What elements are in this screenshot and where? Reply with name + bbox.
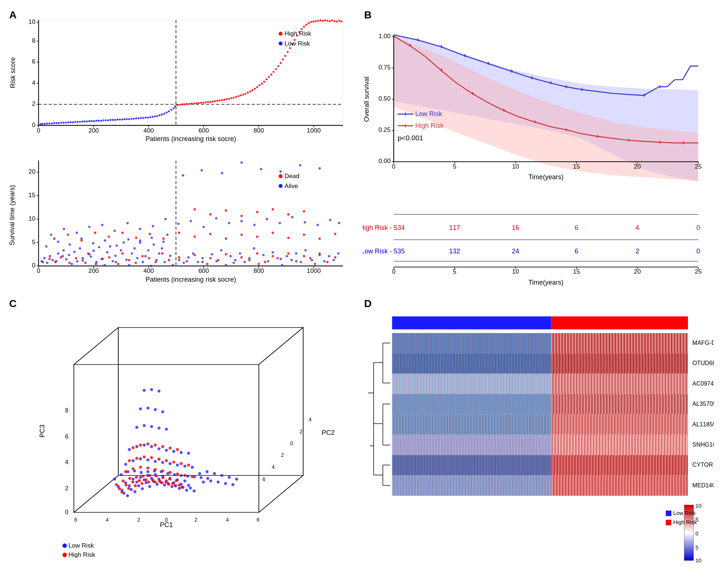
svg-text:PC3: PC3 — [39, 424, 46, 437]
svg-point-307 — [318, 167, 321, 169]
svg-rect-702 — [392, 475, 551, 495]
svg-point-45 — [72, 121, 74, 123]
svg-point-373 — [240, 234, 242, 236]
svg-text:0: 0 — [695, 530, 698, 536]
svg-point-273 — [328, 255, 330, 257]
svg-point-39 — [58, 122, 60, 124]
svg-text:0: 0 — [696, 248, 700, 255]
svg-point-298 — [329, 219, 331, 221]
panel-d-label: D — [364, 298, 372, 310]
svg-point-81 — [156, 115, 158, 117]
svg-point-233 — [152, 243, 155, 245]
svg-point-568 — [192, 489, 195, 492]
svg-point-294 — [279, 222, 281, 224]
svg-point-684 — [62, 552, 67, 557]
svg-text:5: 5 — [453, 163, 456, 170]
svg-text:Time(years): Time(years) — [528, 279, 563, 286]
svg-point-74 — [140, 117, 142, 119]
svg-rect-692 — [392, 374, 551, 394]
svg-text:Low Risk -: Low Risk - — [363, 248, 392, 255]
svg-point-629 — [135, 476, 138, 479]
svg-point-611 — [161, 410, 164, 413]
svg-text:15: 15 — [573, 163, 580, 170]
svg-point-198 — [57, 252, 59, 255]
svg-point-52 — [89, 120, 90, 122]
svg-point-85 — [166, 112, 167, 113]
svg-point-72 — [135, 118, 137, 119]
svg-point-302 — [221, 172, 223, 174]
svg-point-371 — [209, 233, 211, 235]
svg-point-641 — [151, 478, 154, 481]
svg-point-637 — [125, 483, 127, 486]
svg-point-390 — [279, 184, 283, 188]
svg-text:6: 6 — [263, 476, 266, 482]
svg-text:200: 200 — [89, 127, 99, 134]
svg-text:10: 10 — [29, 18, 36, 25]
svg-point-109 — [221, 99, 223, 101]
svg-text:6: 6 — [74, 517, 77, 523]
svg-point-626 — [115, 483, 118, 486]
svg-point-309 — [57, 241, 59, 243]
svg-point-310 — [69, 243, 71, 245]
svg-point-541 — [135, 480, 138, 483]
survival-chart: 0.00 0.25 0.50 0.75 1.00 0 5 10 15 — [363, 7, 714, 207]
svg-point-299 — [338, 222, 340, 224]
svg-point-312 — [92, 242, 94, 244]
svg-point-605 — [150, 425, 153, 428]
svg-point-594 — [128, 448, 131, 451]
svg-text:Low Risk: Low Risk — [68, 542, 94, 549]
svg-point-196 — [51, 259, 54, 261]
svg-point-559 — [126, 494, 129, 497]
svg-point-51 — [86, 120, 88, 122]
svg-point-607 — [165, 428, 168, 430]
svg-point-359 — [334, 256, 336, 258]
svg-point-385 — [272, 208, 274, 210]
svg-point-90 — [177, 104, 179, 106]
svg-point-597 — [150, 445, 153, 448]
svg-point-669 — [150, 456, 153, 459]
svg-text:2: 2 — [32, 100, 35, 107]
svg-point-66 — [121, 119, 123, 120]
svg-text:25: 25 — [695, 268, 702, 275]
svg-point-383 — [240, 215, 242, 217]
svg-text:Risk score: Risk score — [9, 57, 17, 88]
svg-point-378 — [318, 237, 321, 239]
svg-point-362 — [80, 239, 83, 242]
svg-point-285 — [164, 218, 166, 220]
svg-point-326 — [88, 253, 90, 255]
svg-point-76 — [145, 116, 147, 118]
svg-point-32 — [42, 123, 43, 125]
svg-point-62 — [112, 119, 113, 121]
svg-text:2: 2 — [281, 452, 284, 458]
svg-point-103 — [207, 101, 209, 103]
svg-point-56 — [98, 120, 100, 122]
svg-point-223 — [125, 259, 127, 261]
svg-point-250 — [220, 249, 222, 251]
panel-d: D — [363, 296, 714, 581]
svg-text:800: 800 — [253, 127, 264, 134]
svg-point-364 — [108, 235, 110, 238]
svg-point-382 — [225, 209, 227, 212]
svg-text:600: 600 — [198, 267, 209, 274]
svg-point-274 — [332, 259, 335, 261]
svg-point-678 — [154, 443, 157, 446]
svg-point-573 — [140, 471, 143, 474]
svg-point-365 — [121, 231, 123, 234]
svg-text:6: 6 — [574, 224, 578, 231]
svg-point-677 — [147, 442, 149, 445]
svg-point-370 — [194, 235, 196, 238]
svg-point-86 — [168, 110, 170, 112]
svg-point-261 — [272, 251, 274, 253]
svg-point-290 — [228, 222, 230, 224]
svg-point-239 — [169, 255, 171, 257]
svg-point-295 — [291, 216, 293, 218]
svg-text:0.50: 0.50 — [378, 95, 390, 102]
svg-point-240 — [172, 264, 174, 266]
svg-point-150 — [317, 20, 319, 22]
svg-point-47 — [77, 121, 79, 123]
svg-point-102 — [205, 101, 206, 103]
svg-rect-687 — [551, 316, 688, 329]
svg-point-374 — [256, 235, 258, 238]
svg-point-582 — [200, 476, 203, 479]
svg-point-241 — [178, 259, 180, 261]
